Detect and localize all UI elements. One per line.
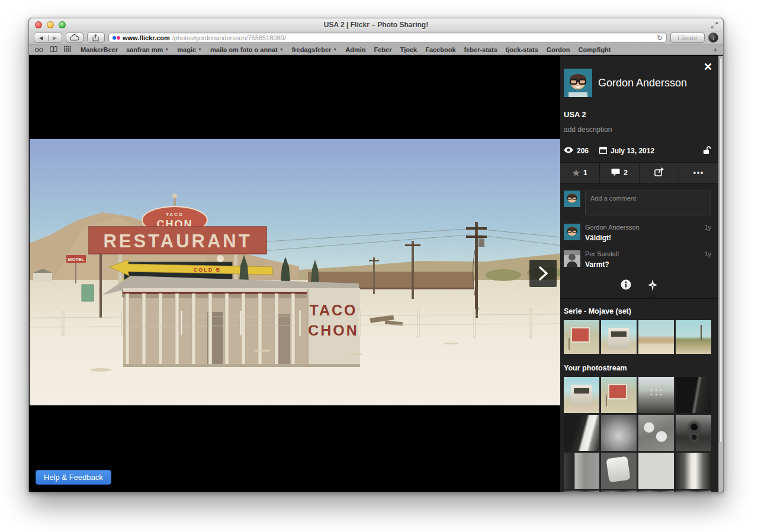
photostream-thumb-partial[interactable] xyxy=(638,491,674,492)
photostream-title[interactable]: Your photostream xyxy=(560,356,718,377)
url-field[interactable]: www.flickr.com /photos/gordonandersson/7… xyxy=(108,33,667,43)
forward-button[interactable]: ▶ xyxy=(48,35,62,41)
add-description-link[interactable]: add description xyxy=(560,119,718,134)
icloud-button[interactable] xyxy=(66,33,83,43)
scrollbar-thumb[interactable] xyxy=(720,57,723,443)
help-feedback-button[interactable]: Help & Feedback xyxy=(36,470,111,485)
star-icon: ★ xyxy=(572,168,580,178)
share-button[interactable] xyxy=(87,33,105,43)
photo-title[interactable]: USA 2 xyxy=(560,97,718,119)
bookmark-item[interactable]: feber-stats xyxy=(464,46,497,53)
refresh-icon[interactable]: ↻ xyxy=(657,34,663,41)
bookmark-folder[interactable]: maila om foto o annat▼ xyxy=(210,46,284,53)
comment-time: 1y xyxy=(704,250,711,257)
tab-context-sparkle[interactable] xyxy=(647,279,659,293)
bookmark-item[interactable]: Tjock xyxy=(400,46,417,53)
next-photo-button[interactable] xyxy=(529,260,557,287)
photostream-thumb-marching-band[interactable] xyxy=(638,377,674,413)
bookmark-item[interactable]: Admin xyxy=(345,46,365,53)
photostream-thumb-hallway[interactable] xyxy=(676,453,711,489)
bookmark-item[interactable]: tjock-stats xyxy=(506,46,538,53)
close-icon[interactable]: ✕ xyxy=(704,60,712,73)
comment-button[interactable]: 2 xyxy=(599,163,639,183)
comment-author[interactable]: Per Sundell xyxy=(585,250,619,257)
add-bookmark-button[interactable]: + xyxy=(714,46,717,53)
url-host: www.flickr.com xyxy=(123,34,170,41)
bookmark-folder[interactable]: fredagsfeber▼ xyxy=(292,46,338,53)
tab-info[interactable] xyxy=(621,279,631,293)
caret-down-icon: ▼ xyxy=(333,47,337,51)
bookmarks-bar: MankerBeer sanfran mm▼ magic▼ maila om f… xyxy=(29,44,723,55)
reading-list-glasses-icon[interactable] xyxy=(35,46,43,53)
add-comment-row: Add a comment xyxy=(560,183,718,215)
share-photo-button[interactable] xyxy=(639,163,679,183)
bookmark-item[interactable]: Compfight xyxy=(579,46,611,53)
owner-header: Gordon Andersson xyxy=(560,56,718,97)
photostream-thumb-partial[interactable] xyxy=(601,491,637,492)
reader-button[interactable]: Läsare xyxy=(670,33,705,43)
photo-stats: 206 July 13, 2012 xyxy=(560,134,718,162)
photostream-thumb-plastic-bag[interactable] xyxy=(601,415,637,451)
set-thumbnails xyxy=(560,320,718,354)
taco-oval-top-text: TACO xyxy=(166,212,184,217)
favorite-button[interactable]: ★ 1 xyxy=(560,163,599,183)
bookmark-item[interactable]: Feber xyxy=(374,46,391,53)
set-thumb-desert-sign[interactable] xyxy=(564,320,599,354)
photostream-thumb-desert-sign[interactable] xyxy=(601,377,637,413)
top-sites-grid-icon[interactable] xyxy=(64,46,71,53)
photostream-thumb-partial[interactable] xyxy=(676,491,711,492)
photostream-thumb-light-wall[interactable] xyxy=(638,453,674,489)
comment-bubble-icon xyxy=(611,168,620,178)
fave-count: 1 xyxy=(583,169,587,177)
photo-viewer: MOTEL TACO CHON RESTAURA xyxy=(29,56,560,492)
motel-sign-text: MOTEL xyxy=(68,257,85,262)
bookmark-item[interactable]: MankerBeer xyxy=(81,46,118,53)
bookmark-folder[interactable]: magic▼ xyxy=(177,46,202,53)
comment-count: 2 xyxy=(624,169,628,177)
photostream-thumb-peeled-wall[interactable] xyxy=(638,415,674,451)
photostream-thumb-cobweb[interactable] xyxy=(564,453,599,489)
owner-avatar[interactable] xyxy=(564,69,592,97)
photostream-thumb-partial[interactable] xyxy=(564,491,599,492)
bookmarks-book-icon[interactable] xyxy=(50,46,57,53)
download-button[interactable]: ↓ xyxy=(708,33,718,43)
bookmark-item[interactable]: Gordon xyxy=(547,46,570,53)
photostream-thumb-radiator[interactable] xyxy=(601,453,637,489)
set-thumb-truck[interactable] xyxy=(601,320,637,354)
views-eye-icon xyxy=(564,147,573,155)
ellipsis-icon: ••• xyxy=(693,169,705,177)
bookmark-item[interactable]: Facebook xyxy=(425,46,455,53)
bookmarks-bar-icons xyxy=(35,46,71,53)
photostream-thumb-tape-machine[interactable] xyxy=(676,415,711,451)
photo-info-sidebar: ✕ Gordon Andersson USA 2 add description… xyxy=(560,56,718,492)
restaurant-sign-text: RESTAURANT xyxy=(103,231,252,252)
commenter-avatar xyxy=(564,191,580,207)
owner-name[interactable]: Gordon Andersson xyxy=(598,77,687,89)
action-bar: ★ 1 2 ••• xyxy=(560,162,718,183)
photostream-thumb-window-light[interactable] xyxy=(564,415,599,451)
fullscreen-icon[interactable] xyxy=(711,21,718,31)
title-bar: USA 2 | Flickr – Photo Sharing! xyxy=(29,18,723,31)
comment-avatar[interactable] xyxy=(564,224,580,240)
set-thumb-desert-brush[interactable] xyxy=(676,320,711,354)
photostream-thumb-truck[interactable] xyxy=(564,377,599,413)
comment-input[interactable]: Add a comment xyxy=(585,191,711,215)
comment-item: Gordon Andersson 1y Väldigt! xyxy=(560,215,718,242)
page-scrollbar[interactable] xyxy=(718,56,723,492)
comment-avatar[interactable] xyxy=(564,250,580,267)
set-thumb-building[interactable] xyxy=(638,320,674,354)
browser-toolbar: ◀ ▶ www.flickr.com /photos/gordonanderss… xyxy=(29,31,723,44)
date-taken[interactable]: July 13, 2012 xyxy=(611,147,654,155)
more-actions-button[interactable]: ••• xyxy=(679,163,718,183)
nav-buttons: ◀ ▶ xyxy=(34,33,62,43)
caret-down-icon: ▼ xyxy=(165,47,169,51)
window-title: USA 2 | Flickr – Photo Sharing! xyxy=(29,21,723,29)
main-photo[interactable]: MOTEL TACO CHON RESTAURA xyxy=(30,139,560,405)
photostream-thumb-dark-doorway[interactable] xyxy=(676,377,711,413)
bookmark-folder[interactable]: sanfran mm▼ xyxy=(126,46,169,53)
set-section-title[interactable]: Serie - Mojave (set) xyxy=(560,299,718,320)
share-icon xyxy=(654,167,664,178)
back-button[interactable]: ◀ xyxy=(34,35,48,41)
comment-item: Per Sundell 1y Varmt? xyxy=(560,242,718,269)
comment-author[interactable]: Gordon Andersson xyxy=(585,224,640,231)
